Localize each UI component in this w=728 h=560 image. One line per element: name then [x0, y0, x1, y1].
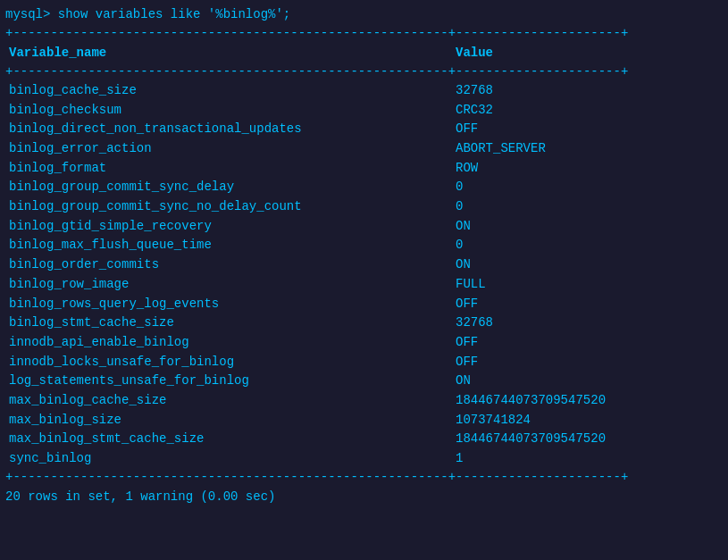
table-row: innodb_api_enable_binlogOFF — [5, 333, 723, 353]
variable-value-cell: 18446744073709547520 — [452, 430, 606, 449]
table-row: innodb_locks_unsafe_for_binlogOFF — [5, 353, 723, 372]
variable-value-cell: OFF — [452, 295, 478, 314]
terminal-window: mysql> show variables like '%binlog%'; +… — [0, 0, 728, 560]
bot-border: +---------------------------------------… — [5, 469, 723, 487]
table-wrapper: +---------------------------------------… — [5, 25, 723, 486]
variable-value-cell: ON — [452, 372, 471, 391]
variable-value-cell: 0 — [452, 197, 463, 217]
table-row: binlog_error_actionABORT_SERVER — [5, 139, 723, 159]
variable-name-cell: max_binlog_size — [5, 411, 452, 430]
table-row: binlog_row_imageFULL — [5, 275, 723, 295]
variable-value-cell: 18446744073709547520 — [452, 391, 606, 411]
variable-name-cell: binlog_stmt_cache_size — [5, 313, 452, 333]
variable-name-cell: binlog_group_commit_sync_no_delay_count — [5, 197, 452, 217]
variable-value-cell: 1 — [452, 449, 463, 469]
variable-name-cell: max_binlog_stmt_cache_size — [5, 430, 452, 449]
variable-name-cell: binlog_rows_query_log_events — [5, 295, 452, 314]
table-row: binlog_formatROW — [5, 159, 723, 179]
variable-name-cell: sync_binlog — [5, 449, 452, 469]
header-value: Value — [452, 43, 493, 64]
variable-value-cell: ROW — [452, 159, 478, 179]
variable-value-cell: 0 — [452, 236, 463, 255]
variable-name-cell: binlog_order_commits — [5, 255, 452, 275]
variable-name-cell: binlog_checksum — [5, 101, 452, 121]
table-row: binlog_group_commit_sync_no_delay_count0 — [5, 197, 723, 217]
table-row: binlog_cache_size32768 — [5, 81, 723, 101]
table-row: binlog_gtid_simple_recoveryON — [5, 217, 723, 237]
table-row: binlog_order_commitsON — [5, 255, 723, 275]
variable-value-cell: 0 — [452, 178, 463, 197]
table-row: binlog_direct_non_transactional_updatesO… — [5, 120, 723, 139]
variable-name-cell: binlog_format — [5, 159, 452, 179]
table-row: max_binlog_size1073741824 — [5, 411, 723, 430]
variable-name-cell: binlog_max_flush_queue_time — [5, 236, 452, 255]
variable-name-cell: innodb_api_enable_binlog — [5, 333, 452, 353]
variable-value-cell: FULL — [452, 275, 486, 295]
data-rows-container: binlog_cache_size32768binlog_checksumCRC… — [5, 81, 723, 469]
variable-value-cell: 32768 — [452, 313, 493, 333]
variable-value-cell: CRC32 — [452, 101, 493, 121]
variable-value-cell: OFF — [452, 120, 478, 139]
variable-name-cell: binlog_row_image — [5, 275, 452, 295]
variable-value-cell: OFF — [452, 353, 478, 372]
table-row: binlog_rows_query_log_eventsOFF — [5, 295, 723, 314]
variable-name-cell: binlog_direct_non_transactional_updates — [5, 120, 452, 139]
variable-name-cell: max_binlog_cache_size — [5, 391, 452, 411]
variable-value-cell: 1073741824 — [452, 411, 531, 430]
variable-value-cell: 32768 — [452, 81, 493, 101]
table-row: binlog_checksumCRC32 — [5, 101, 723, 121]
variable-name-cell: binlog_error_action — [5, 139, 452, 159]
variable-value-cell: OFF — [452, 333, 478, 353]
table-row: sync_binlog1 — [5, 449, 723, 469]
variable-name-cell: binlog_gtid_simple_recovery — [5, 217, 452, 237]
mid-border: +---------------------------------------… — [5, 63, 723, 81]
table-row: binlog_group_commit_sync_delay0 — [5, 178, 723, 197]
footer-line: 20 rows in set, 1 warning (0.00 sec) — [5, 489, 723, 504]
header-row: Variable_name Value — [5, 43, 723, 64]
top-border: +---------------------------------------… — [5, 25, 723, 43]
table-row: binlog_stmt_cache_size32768 — [5, 313, 723, 333]
table-row: binlog_max_flush_queue_time0 — [5, 236, 723, 255]
variable-value-cell: ABORT_SERVER — [452, 139, 546, 159]
prompt-line: mysql> show variables like '%binlog%'; — [5, 7, 723, 21]
variable-name-cell: binlog_group_commit_sync_delay — [5, 178, 452, 197]
variable-name-cell: binlog_cache_size — [5, 81, 452, 101]
table-row: max_binlog_cache_size1844674407370954752… — [5, 391, 723, 411]
table-row: log_statements_unsafe_for_binlogON — [5, 372, 723, 391]
variable-value-cell: ON — [452, 217, 471, 237]
variable-value-cell: ON — [452, 255, 471, 275]
variable-name-cell: innodb_locks_unsafe_for_binlog — [5, 353, 452, 372]
variable-name-cell: log_statements_unsafe_for_binlog — [5, 372, 452, 391]
header-variable-name: Variable_name — [5, 43, 452, 64]
table-row: max_binlog_stmt_cache_size18446744073709… — [5, 430, 723, 449]
